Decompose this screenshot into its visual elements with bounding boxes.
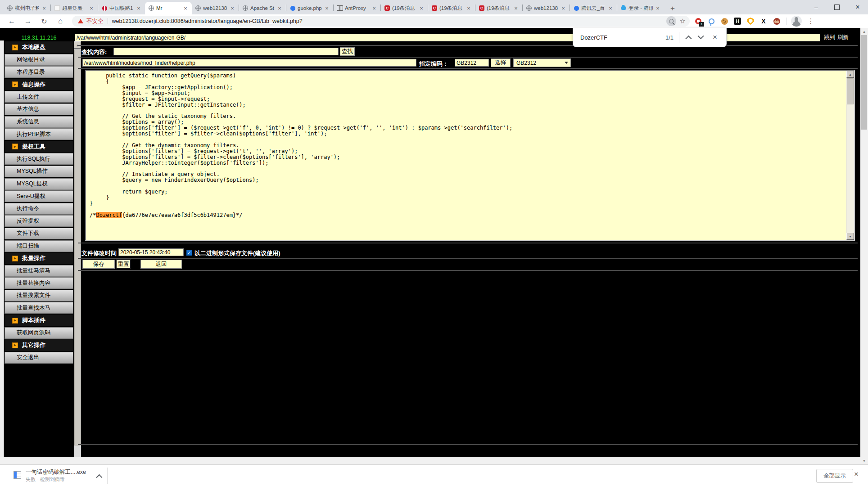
find-next-button[interactable]	[695, 31, 708, 44]
reload-button[interactable]: ↻	[38, 14, 50, 28]
tab[interactable]: guoke.php×	[286, 2, 333, 14]
tab-close-icon[interactable]: ×	[560, 5, 566, 12]
tab-close-icon[interactable]: ×	[276, 5, 283, 12]
tab[interactable]: AntProxy×	[334, 2, 380, 14]
jump-button[interactable]: 跳到	[824, 34, 835, 41]
sidebar-item[interactable]: 上传文件	[5, 91, 73, 103]
tab[interactable]: 登录 - 腾讯×	[617, 2, 664, 14]
find-input[interactable]: DozerCTF	[580, 34, 665, 41]
sidebar-item[interactable]: 端口扫描	[5, 240, 73, 252]
h-letter-extension-icon[interactable]: H	[733, 17, 741, 25]
sidebar-scrollbar[interactable]: ▲ ▼	[74, 41, 81, 464]
tab-close-icon[interactable]: ×	[655, 5, 661, 12]
tab[interactable]: 杭州电子科×	[4, 2, 50, 14]
tab-close-icon[interactable]: ×	[607, 5, 614, 12]
download-menu-button[interactable]	[93, 472, 104, 480]
sidebar-item[interactable]: 批量搜索文件	[5, 290, 73, 302]
home-button[interactable]: ⌂	[54, 14, 67, 28]
scroll-down-button[interactable]: ▼	[846, 233, 854, 240]
horizontal-scrollbar[interactable]	[0, 457, 860, 464]
scrollbar-thumb[interactable]	[74, 50, 81, 446]
search-content-input[interactable]	[113, 48, 339, 55]
cookie-extension-icon[interactable]	[720, 17, 728, 25]
save-button[interactable]: 保存	[82, 260, 115, 269]
sidebar-item[interactable]: MYSQL操作	[5, 166, 73, 177]
sidebar-item[interactable]: Serv-U提权	[5, 190, 73, 202]
red-clip-extension-icon[interactable]: 1	[694, 17, 702, 25]
sidebar-item[interactable]: 批量替换内容	[5, 277, 73, 289]
bookmark-star-icon[interactable]: ☆	[680, 17, 686, 25]
sidebar-item[interactable]: 获取网页源码	[5, 327, 73, 339]
scrollbar-thumb[interactable]	[847, 78, 854, 104]
tab-close-icon[interactable]: ×	[229, 5, 235, 12]
url-text[interactable]: web12138.dozerjit.club:8086/administrato…	[112, 18, 666, 24]
code-editor[interactable]: public static function getQuery($params)…	[85, 70, 855, 241]
tab[interactable]: 超星泛雅×	[51, 2, 98, 14]
sidebar-item[interactable]: 执行PHP脚本	[5, 128, 73, 140]
sidebar-item[interactable]: 文件下载	[5, 228, 73, 239]
sidebar-section-header[interactable]: ▶本地硬盘	[5, 41, 73, 53]
find-previous-button[interactable]	[681, 31, 695, 44]
encoding-select[interactable]: GB2312	[513, 58, 571, 67]
close-shelf-button[interactable]: ×	[854, 470, 859, 479]
scrollbar-thumb[interactable]	[861, 35, 867, 130]
file-path-input[interactable]	[82, 59, 416, 67]
tab-close-icon[interactable]: ×	[418, 5, 425, 12]
encoding-input[interactable]	[455, 59, 489, 67]
browser-menu-button[interactable]: ⋮	[806, 14, 816, 28]
tab-close-icon[interactable]: ×	[88, 5, 95, 12]
sidebar-item[interactable]: 安全退出	[5, 352, 73, 364]
sidebar-item[interactable]: 本程序目录	[5, 66, 73, 78]
vertical-scrollbar[interactable]: ▲ ▼	[860, 28, 868, 464]
show-all-downloads-button[interactable]: 全部显示	[816, 469, 853, 483]
sidebar-item[interactable]: 执行命令	[5, 203, 73, 215]
back-button[interactable]: 返回	[140, 260, 182, 269]
sidebar-item[interactable]: 基本信息	[5, 104, 73, 115]
refresh-button[interactable]: 刷新	[837, 34, 849, 41]
tab-close-icon[interactable]: ×	[41, 5, 47, 12]
tab[interactable]: C(19条消息×	[475, 2, 522, 14]
find-in-page-indicator[interactable]	[666, 16, 676, 26]
monkey-extension-icon[interactable]	[773, 17, 781, 25]
sidebar-section-header[interactable]: ▶信息操作	[5, 79, 73, 90]
back-button[interactable]: ←	[5, 14, 18, 28]
new-tab-button[interactable]: +	[667, 3, 678, 14]
x-letter-extension-icon[interactable]: X	[760, 17, 768, 25]
maximize-button[interactable]	[827, 0, 847, 14]
tab[interactable]: C(19条消息×	[428, 2, 475, 14]
choose-button[interactable]: 选择	[491, 58, 511, 67]
download-file-name[interactable]: 一句话密码破解工....exe	[26, 468, 86, 476]
shield-extension-icon[interactable]	[746, 17, 755, 25]
tab[interactable]: Apache St×	[239, 2, 286, 14]
profile-avatar[interactable]	[791, 16, 802, 27]
sidebar-item[interactable]: 批量查找木马	[5, 302, 73, 314]
tab[interactable]: 中国铁路1×	[98, 2, 145, 14]
editor-scrollbar[interactable]: ▲ ▼	[846, 71, 854, 240]
sidebar-item[interactable]: MYSQL提权	[5, 178, 73, 190]
tab[interactable]: web12138×	[523, 2, 570, 14]
sidebar-section-header[interactable]: ▶提权工具	[5, 141, 73, 153]
scroll-up-button[interactable]: ▲	[846, 71, 854, 78]
sidebar-item[interactable]: 执行SQL执行	[5, 153, 73, 165]
tab-close-icon[interactable]: ×	[136, 5, 142, 12]
binary-save-checkbox[interactable]: ✓	[186, 250, 192, 256]
sidebar-section-header[interactable]: ▶其它操作	[5, 339, 73, 351]
tab-close-icon[interactable]: ×	[182, 5, 189, 12]
scroll-up-button[interactable]: ▲	[860, 28, 868, 35]
sidebar-item[interactable]: 网站根目录	[5, 54, 73, 66]
tab-close-icon[interactable]: ×	[466, 5, 472, 12]
scroll-down-button[interactable]: ▼	[860, 457, 868, 464]
tab-active[interactable]: Mr×	[145, 2, 192, 14]
code-content[interactable]: public static function getQuery($params)…	[86, 71, 854, 220]
sidebar-item[interactable]: 批量挂马清马	[5, 265, 73, 277]
find-close-button[interactable]: ×	[708, 31, 722, 44]
pin-extension-icon[interactable]	[707, 17, 715, 25]
sidebar-item[interactable]: 反弹提权	[5, 215, 73, 227]
tab-close-icon[interactable]: ×	[513, 5, 519, 12]
sidebar-item[interactable]: 系统信息	[5, 116, 73, 128]
sidebar-section-header[interactable]: ▶批量操作	[5, 252, 73, 264]
forward-button[interactable]: →	[22, 14, 34, 28]
mtime-input[interactable]	[118, 248, 184, 256]
address-bar[interactable]: 不安全 web12138.dozerjit.club:8086/administ…	[72, 16, 690, 27]
search-button[interactable]: 查找	[340, 47, 355, 56]
